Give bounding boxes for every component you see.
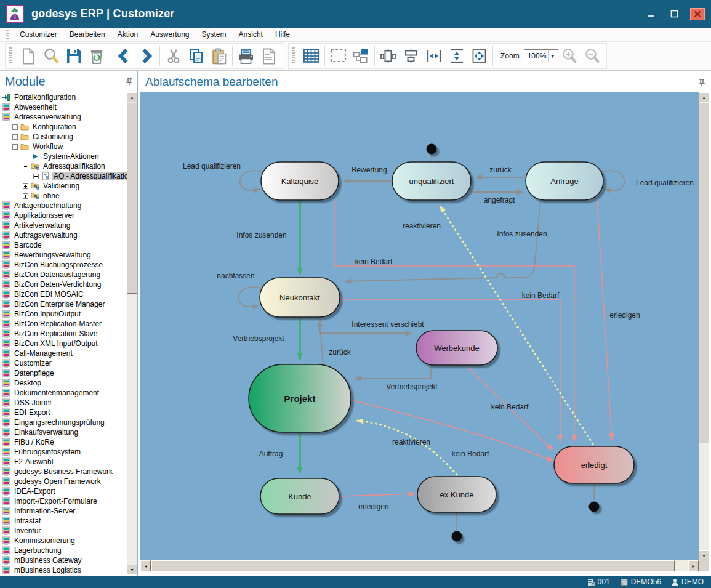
back-button[interactable] [112, 44, 135, 68]
zoom-in-button[interactable] [558, 44, 581, 68]
cut-button[interactable] [162, 44, 185, 68]
tree-item[interactable]: Lagerbuchung [0, 546, 127, 555]
diagram-node-erledigt[interactable]: erledigt [554, 446, 634, 483]
diagram-node-exkunde[interactable]: ex Kunde [417, 477, 496, 512]
menu-item-customizer[interactable]: Customizer [14, 28, 63, 41]
tree-item[interactable]: Validierung [0, 181, 127, 191]
chevron-down-icon[interactable]: ▼ [548, 50, 556, 62]
diagram-node-kaltaquise[interactable]: Kaltaquise [261, 162, 339, 200]
tree-item[interactable]: Inventur [0, 526, 127, 536]
canvas-horizontal-scrollbar[interactable]: ◄ ► [140, 560, 699, 571]
initial-state-dot[interactable] [427, 144, 437, 155]
delete-button[interactable] [85, 44, 108, 68]
tree-item[interactable]: Customizer [0, 358, 127, 368]
tree-item[interactable]: Bewerbungsverwaltung [0, 250, 127, 260]
tree-item[interactable]: System-Aktionen [0, 151, 127, 161]
tree-item[interactable]: BizCon XML Input/Output [0, 339, 127, 348]
tree-item[interactable]: Intrastat [0, 516, 127, 526]
tree-item[interactable]: BizCon Replication-Slave [0, 329, 127, 339]
tree-item[interactable]: Eingangsrechnungsprüfung [0, 417, 127, 427]
minimize-button[interactable] [643, 8, 658, 20]
forward-button[interactable] [135, 44, 158, 68]
tree-item[interactable]: Import-/Export-Formulare [0, 496, 127, 506]
paste-button[interactable] [207, 44, 230, 68]
menu-item-auswertung[interactable]: Auswertung [144, 28, 195, 41]
scroll-up-button[interactable]: ▲ [127, 92, 137, 102]
tree-item[interactable]: Auftragsverwaltung [0, 230, 127, 240]
tree-item[interactable]: BizCon Replication-Master [0, 319, 127, 329]
copy-button[interactable] [185, 44, 207, 68]
tree-item[interactable]: Datenpflege [0, 368, 127, 378]
tree-item[interactable]: mBusiness Logistics [0, 565, 127, 574]
workflow-canvas[interactable]: KaltaquiseunqualifiziertAnfrageNeukontak… [140, 92, 699, 560]
tree-item[interactable]: Einkaufsverwaltung [0, 427, 127, 437]
tree-item[interactable]: Adressenverwaltung [0, 112, 127, 122]
save-button[interactable] [62, 44, 85, 68]
pin-icon[interactable] [125, 77, 134, 86]
tree-item[interactable]: Desktop [0, 378, 127, 388]
tree-item[interactable]: godesys Open Framework [0, 477, 127, 486]
tree-item[interactable]: Customizing [0, 132, 127, 142]
align-center-horizontal-button[interactable] [377, 44, 400, 68]
tree-item[interactable]: EDI-Export [0, 408, 127, 417]
tree-item[interactable]: Konfiguration [0, 122, 127, 132]
diagram-node-unqualifiziert[interactable]: unqualifiziert [392, 162, 471, 200]
space-vertical-button[interactable] [445, 44, 468, 68]
report-button[interactable] [257, 44, 280, 68]
expand-icon[interactable] [23, 183, 28, 189]
layout-nodes-button[interactable] [350, 44, 372, 68]
tree-item[interactable]: DSS-Joiner [0, 398, 127, 408]
align-middle-vertical-button[interactable] [400, 44, 422, 68]
tree-item[interactable]: Information-Server [0, 506, 127, 516]
tree-item[interactable]: BizCon EDI MOSAIC [0, 289, 127, 299]
tree-item[interactable]: Applikationsserver [0, 211, 127, 220]
canvas-vertical-scrollbar[interactable]: ▲ ▼ [699, 92, 709, 560]
print-button[interactable] [235, 44, 257, 68]
tree-item[interactable]: Kommissionierung [0, 536, 127, 546]
expand-icon[interactable] [33, 174, 39, 179]
expand-icon[interactable] [12, 124, 18, 130]
tree-item[interactable]: BizCon Datenauslagerung [0, 270, 127, 280]
scroll-left-button[interactable]: ◄ [140, 560, 151, 571]
tree-item[interactable]: Anlagenbuchhaltung [0, 201, 127, 211]
tree-item[interactable]: BizCon Daten-Verdichtung [0, 280, 127, 289]
menu-item-ansicht[interactable]: Ansicht [233, 28, 269, 41]
tree-item[interactable]: Führungsinfosystem [0, 447, 127, 457]
fit-selection-button[interactable] [468, 44, 491, 68]
scroll-thumb[interactable] [127, 103, 137, 294]
table-grid-button[interactable] [300, 44, 323, 68]
new-document-button[interactable] [17, 44, 39, 68]
maximize-button[interactable] [667, 8, 681, 20]
collapse-icon[interactable] [23, 164, 28, 169]
scroll-down-button[interactable]: ▼ [699, 550, 709, 560]
menu-item-system[interactable]: System [196, 28, 233, 41]
final-state-exkunde-dot[interactable] [452, 531, 462, 542]
zoom-out-button[interactable] [581, 44, 604, 68]
diagram-node-projekt[interactable]: Projekt [249, 364, 351, 432]
tree-item[interactable]: BizCon Enterprise Manager [0, 299, 127, 309]
expand-icon[interactable] [23, 193, 28, 199]
tree-item[interactable]: Dokumentenmanagement [0, 388, 127, 398]
diagram-node-werbekunde[interactable]: Werbekunde [416, 331, 497, 365]
menu-grip[interactable] [6, 30, 9, 39]
toolbar-grip[interactable] [292, 47, 295, 65]
diagram-node-anfrage[interactable]: Anfrage [526, 162, 603, 200]
expand-icon[interactable] [12, 134, 18, 140]
scroll-thumb[interactable] [699, 103, 709, 443]
scroll-down-button[interactable]: ▼ [127, 565, 137, 574]
close-button[interactable] [690, 8, 705, 20]
menu-item-aktion[interactable]: Aktion [111, 28, 144, 41]
tree-item[interactable]: IDEA-Export [0, 486, 127, 496]
collapse-icon[interactable] [12, 144, 18, 150]
tree-item[interactable]: ohne [0, 191, 127, 201]
tree-item[interactable]: Workflow [0, 142, 127, 151]
space-horizontal-button[interactable] [422, 44, 445, 68]
tree-item[interactable]: FiBu / KoRe [0, 437, 127, 447]
final-state-erledigt-dot[interactable] [589, 502, 600, 512]
tree-item[interactable]: Adressqualifikation [0, 161, 127, 171]
sidebar-scrollbar[interactable]: ▲ ▼ [127, 92, 137, 574]
tree-item[interactable]: Abwesenheit [0, 102, 127, 112]
scroll-thumb[interactable] [151, 560, 675, 571]
scroll-right-button[interactable]: ► [688, 560, 699, 571]
tree-item[interactable]: Artikelverwaltung [0, 220, 127, 230]
